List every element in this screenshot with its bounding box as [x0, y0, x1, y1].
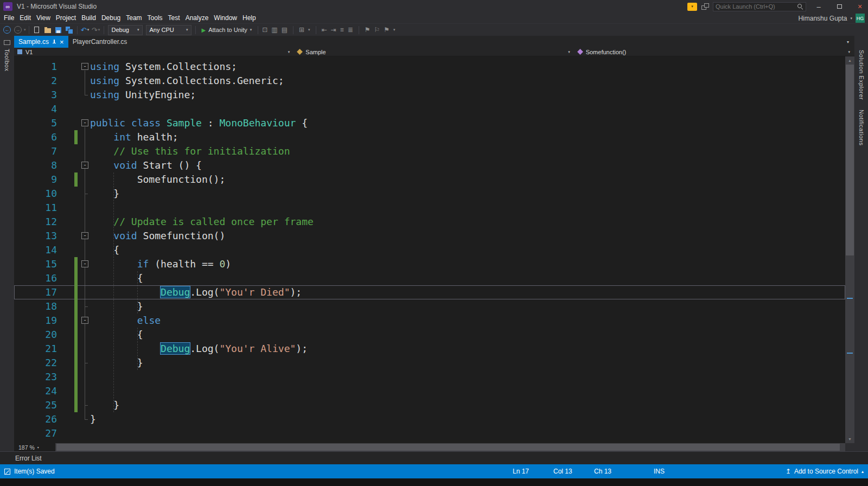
code-line-14[interactable]: 14 {: [14, 243, 845, 257]
line-number[interactable]: 21: [14, 342, 57, 356]
line-number[interactable]: 3: [14, 88, 57, 102]
code-line-8[interactable]: 8- void Start () {: [14, 158, 845, 172]
grid-options-icon[interactable]: ⊞: [299, 26, 304, 34]
line-number[interactable]: 12: [14, 215, 57, 229]
menu-item-window[interactable]: Window: [211, 13, 240, 23]
code-line-11[interactable]: 11: [14, 201, 845, 215]
navigate-backward-icon[interactable]: ⇤: [322, 26, 327, 34]
line-number[interactable]: 25: [14, 398, 57, 412]
navigate-forward-button[interactable]: →: [13, 24, 23, 35]
scrollbar-thumb[interactable]: [846, 65, 854, 255]
code-line-19[interactable]: 19- else: [14, 314, 845, 328]
attach-to-unity-button[interactable]: ▶ Attach to Unity ▾: [199, 24, 256, 35]
status-insert-mode[interactable]: INS: [654, 464, 665, 478]
minimize-button[interactable]: –: [810, 0, 827, 13]
navigate-forward-icon[interactable]: ⇥: [331, 26, 336, 34]
navigation-dropdown-icon[interactable]: ▾: [24, 28, 26, 32]
scroll-down-icon[interactable]: ▼: [845, 435, 854, 443]
scroll-up-icon[interactable]: ▲: [845, 56, 854, 65]
menu-item-view[interactable]: View: [34, 13, 53, 23]
menu-item-help[interactable]: Help: [240, 13, 259, 23]
zoom-control[interactable]: 187 % ▾: [14, 444, 55, 451]
menu-item-file[interactable]: File: [1, 13, 17, 23]
status-line-number[interactable]: Ln 17: [513, 464, 529, 478]
performance-icon[interactable]: ▤: [282, 26, 288, 34]
attach-process-icon[interactable]: ⊡: [262, 26, 267, 34]
line-number[interactable]: 9: [14, 172, 57, 187]
breadcrumb-v1[interactable]: V1▾: [14, 48, 294, 56]
line-number[interactable]: 20: [14, 328, 57, 342]
menu-item-edit[interactable]: Edit: [17, 13, 34, 23]
avatar[interactable]: HG: [856, 14, 865, 23]
line-number[interactable]: 7: [14, 144, 57, 158]
code-line-9[interactable]: 9 Somefunction();: [14, 172, 845, 187]
feedback-icon[interactable]: ▾: [687, 3, 697, 11]
code-line-3[interactable]: 3using UnityEngine;: [14, 88, 845, 102]
line-number[interactable]: 16: [14, 271, 57, 285]
user-account[interactable]: Himanshu Gupta ▾ HG: [798, 14, 865, 23]
navigate-back-button[interactable]: ←: [2, 24, 12, 35]
code-line-25[interactable]: 25 }: [14, 398, 845, 412]
status-column-number[interactable]: Col 13: [553, 464, 572, 478]
menu-item-team[interactable]: Team: [123, 13, 144, 23]
breadcrumb-sample[interactable]: Sample▾: [294, 48, 574, 56]
chevron-down-icon[interactable]: ▾: [568, 50, 571, 54]
code-editor[interactable]: 1-using System.Collections;2using System…: [14, 56, 845, 443]
panel-tab-solution-explorer[interactable]: Solution Explorer: [858, 50, 865, 100]
solution-platform-combo[interactable]: Any CPU ▾: [146, 25, 192, 35]
dropdown-caret-icon[interactable]: ▾: [393, 28, 395, 32]
quick-launch-input[interactable]: [716, 3, 797, 10]
status-character-number[interactable]: Ch 13: [594, 464, 611, 478]
line-number[interactable]: 6: [14, 130, 57, 144]
code-line-23[interactable]: 23: [14, 370, 845, 384]
line-number[interactable]: 13: [14, 229, 57, 243]
close-button[interactable]: ×: [852, 0, 868, 13]
menu-item-project[interactable]: Project: [53, 13, 79, 23]
fold-collapse-icon[interactable]: -: [81, 119, 88, 126]
quick-launch[interactable]: [713, 2, 806, 11]
menu-item-debug[interactable]: Debug: [99, 13, 123, 23]
editor-horizontal-scrollbar[interactable]: [55, 443, 845, 451]
code-line-12[interactable]: 12 // Update is called once per frame: [14, 215, 845, 229]
code-line-22[interactable]: 22 }: [14, 356, 845, 370]
code-line-27[interactable]: 27: [14, 426, 845, 440]
dropdown-caret-icon[interactable]: ▾: [308, 28, 310, 32]
undo-button[interactable]: ↶▾: [80, 24, 90, 35]
menu-item-analyze[interactable]: Analyze: [183, 13, 212, 23]
chevron-down-icon[interactable]: ▾: [288, 50, 291, 54]
save-all-button[interactable]: [65, 24, 74, 35]
panel-tab-notifications[interactable]: Notifications: [858, 110, 865, 145]
line-number[interactable]: 26: [14, 412, 57, 426]
share-icon[interactable]: [701, 3, 709, 10]
line-number[interactable]: 8: [14, 158, 57, 172]
code-line-17[interactable]: 17 Debug.Log("You'r Died");: [14, 285, 845, 299]
line-number[interactable]: 14: [14, 243, 57, 257]
line-number[interactable]: 24: [14, 384, 57, 398]
chevron-down-icon[interactable]: ▾: [98, 28, 100, 32]
code-line-4[interactable]: 4: [14, 102, 845, 116]
scrollbar-thumb[interactable]: [56, 444, 840, 451]
line-number[interactable]: 27: [14, 426, 57, 440]
breadcrumb-somefunction[interactable]: Somefunction()▾: [575, 48, 854, 56]
panel-tab-toolbox[interactable]: Toolbox: [4, 49, 10, 71]
line-number[interactable]: 10: [14, 187, 57, 201]
fold-collapse-icon[interactable]: -: [81, 260, 88, 267]
maximize-button[interactable]: [831, 0, 847, 13]
line-number[interactable]: 5: [14, 116, 57, 130]
search-icon[interactable]: [797, 4, 803, 10]
code-line-21[interactable]: 21 Debug.Log("You'r Alive");: [14, 342, 845, 356]
line-number[interactable]: 4: [14, 102, 57, 116]
code-line-6[interactable]: 6 int health;: [14, 130, 845, 144]
line-number[interactable]: 19: [14, 314, 57, 328]
tab-playercantroller-cs[interactable]: PlayerCantroller.cs: [68, 36, 132, 48]
line-number[interactable]: 18: [14, 299, 57, 314]
block-comment-icon[interactable]: ≣: [348, 26, 353, 34]
previous-bookmark-icon[interactable]: ⚐: [374, 26, 380, 34]
code-line-10[interactable]: 10 }: [14, 187, 845, 201]
menu-item-test[interactable]: Test: [165, 13, 183, 23]
add-to-source-control-button[interactable]: ↥ Add to Source Control ▴: [786, 464, 864, 478]
code-line-2[interactable]: 2using System.Collections.Generic;: [14, 74, 845, 88]
code-line-24[interactable]: 24: [14, 384, 845, 398]
fold-collapse-icon[interactable]: -: [81, 162, 88, 169]
diagnostics-icon[interactable]: ▥: [271, 26, 277, 34]
